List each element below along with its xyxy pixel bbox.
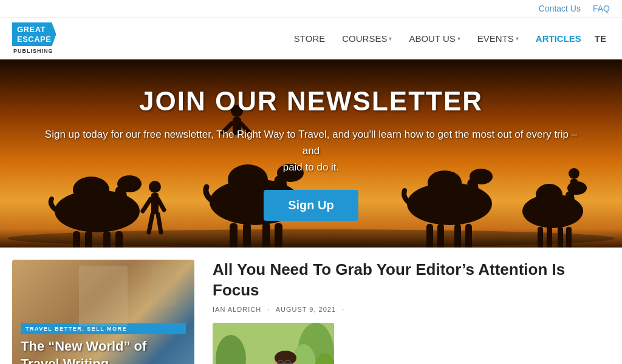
main-nav: STORE COURSES ▾ ABOUT US ▾ EVENTS ▾ ARTI… xyxy=(287,29,610,49)
article-author: IAN ALDRICH xyxy=(213,306,261,313)
logo[interactable]: GREAT ESCAPE PUBLISHING xyxy=(12,22,56,54)
article-card[interactable]: TRAVEL BETTER, SELL MORE The “New World”… xyxy=(12,260,194,364)
svg-rect-21 xyxy=(262,223,270,248)
nav-courses[interactable]: COURSES ▾ xyxy=(335,29,399,49)
svg-rect-8 xyxy=(115,231,123,248)
svg-rect-41 xyxy=(558,227,563,248)
article-meta: IAN ALDRICH · AUGUST 9, 2021 · xyxy=(213,306,610,313)
nav-store[interactable]: STORE xyxy=(287,29,332,49)
svg-rect-32 xyxy=(437,224,444,248)
svg-rect-19 xyxy=(230,223,238,248)
svg-rect-40 xyxy=(547,227,552,248)
top-bar: Contact Us FAQ xyxy=(0,0,622,18)
nav-about[interactable]: ABOUT US ▾ xyxy=(402,29,467,49)
header: GREAT ESCAPE PUBLISHING STORE COURSES ▾ … xyxy=(0,18,622,59)
article-card-image: TRAVEL BETTER, SELL MORE The “New World”… xyxy=(12,260,194,364)
logo-line2: ESCAPE xyxy=(17,35,51,44)
article-separator: · xyxy=(267,306,270,313)
svg-point-0 xyxy=(7,229,615,248)
logo-flag: GREAT ESCAPE xyxy=(12,22,56,46)
svg-rect-31 xyxy=(426,224,433,248)
events-caret: ▾ xyxy=(516,35,519,42)
svg-rect-39 xyxy=(538,227,543,248)
faq-link[interactable]: FAQ xyxy=(593,4,610,13)
about-caret: ▾ xyxy=(457,35,460,42)
svg-rect-42 xyxy=(566,227,572,248)
logo-publishing: PUBLISHING xyxy=(12,48,56,54)
article-thumbnail xyxy=(213,323,334,364)
article-title: All You Need To Grab Your Editor’s Atten… xyxy=(213,260,610,301)
article-thumb-svg xyxy=(213,323,334,364)
hero-banner: JOIN OUR NEWSLETTER Sign up today for ou… xyxy=(0,59,622,248)
svg-rect-6 xyxy=(85,231,92,248)
hero-content: JOIN OUR NEWSLETTER Sign up today for ou… xyxy=(26,86,596,221)
svg-rect-7 xyxy=(103,231,111,248)
signup-button[interactable]: Sign Up xyxy=(264,190,358,221)
content-area: TRAVEL BETTER, SELL MORE The “New World”… xyxy=(0,248,622,364)
svg-rect-34 xyxy=(465,224,472,248)
nav-te[interactable]: TE xyxy=(591,29,610,49)
logo-line1: GREAT xyxy=(17,25,51,35)
nav-articles[interactable]: ARTICLES xyxy=(528,29,589,49)
svg-rect-33 xyxy=(454,224,461,248)
nav-events[interactable]: EVENTS ▾ xyxy=(470,29,526,49)
card-title: The “New World” of Travel Writing xyxy=(21,338,186,364)
hero-title: JOIN OUR NEWSLETTER xyxy=(38,86,584,116)
article-date: AUGUST 9, 2021 xyxy=(276,306,336,313)
article-main: All You Need To Grab Your Editor’s Atten… xyxy=(213,260,610,364)
svg-rect-20 xyxy=(243,223,251,248)
article-dot: · xyxy=(342,306,344,313)
contact-link[interactable]: Contact Us xyxy=(539,4,581,13)
svg-rect-22 xyxy=(275,223,282,248)
hero-subtitle: Sign up today for our free newsletter, T… xyxy=(38,126,584,176)
courses-caret: ▾ xyxy=(389,35,392,42)
svg-rect-5 xyxy=(73,231,80,248)
